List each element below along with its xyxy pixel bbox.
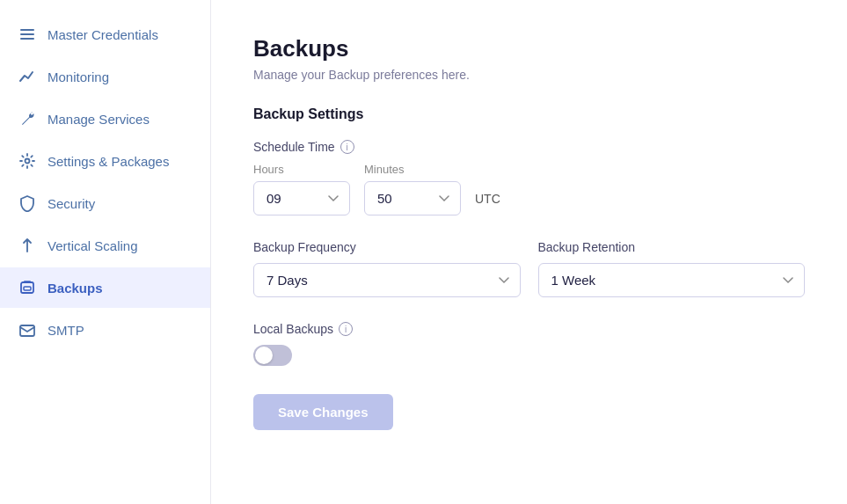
backup-frequency-group: Backup Frequency 7 Days 1 Day 3 Days 14 … bbox=[253, 240, 521, 297]
chart-icon bbox=[18, 67, 37, 86]
sidebar-item-label: Security bbox=[47, 196, 95, 211]
sidebar-item-vertical-scaling[interactable]: Vertical Scaling bbox=[0, 225, 210, 266]
scaling-icon bbox=[18, 236, 37, 255]
sidebar-item-security[interactable]: Security bbox=[0, 183, 210, 223]
svg-rect-2 bbox=[20, 38, 34, 40]
backup-retention-group: Backup Retention 1 Week 2 Weeks 1 Month … bbox=[538, 240, 806, 297]
sidebar-item-label: Manage Services bbox=[47, 112, 150, 127]
hours-group: Hours 09 00 01 02 03 04 05 06 07 08 10 1… bbox=[253, 163, 350, 215]
backup-settings-title: Backup Settings bbox=[253, 106, 805, 122]
sidebar-item-label: Monitoring bbox=[47, 69, 109, 84]
svg-rect-1 bbox=[20, 33, 34, 35]
backup-frequency-select[interactable]: 7 Days 1 Day 3 Days 14 Days 30 Days bbox=[253, 263, 521, 297]
settings-icon bbox=[18, 151, 37, 171]
svg-rect-0 bbox=[20, 29, 34, 31]
utc-label: UTC bbox=[475, 192, 500, 206]
local-backups-toggle[interactable] bbox=[253, 345, 292, 366]
save-changes-button[interactable]: Save Changes bbox=[253, 394, 393, 430]
sidebar-item-label: Master Credentials bbox=[47, 27, 158, 42]
minutes-group: Minutes 50 00 10 20 30 40 bbox=[364, 163, 461, 215]
shield-icon bbox=[18, 194, 37, 213]
sidebar-item-manage-services[interactable]: Manage Services bbox=[0, 99, 210, 139]
local-backups-section: Local Backups i bbox=[253, 322, 805, 369]
backup-retention-label: Backup Retention bbox=[538, 240, 806, 254]
local-backups-label: Local Backups i bbox=[253, 322, 805, 336]
local-backups-toggle-wrapper[interactable] bbox=[253, 345, 805, 369]
backup-frequency-label: Backup Frequency bbox=[253, 240, 521, 254]
menu-icon bbox=[18, 25, 37, 44]
wrench-icon bbox=[18, 109, 37, 128]
smtp-icon bbox=[18, 320, 37, 340]
time-row: Hours 09 00 01 02 03 04 05 06 07 08 10 1… bbox=[253, 163, 805, 215]
schedule-time-info-icon[interactable]: i bbox=[340, 140, 354, 154]
minutes-label: Minutes bbox=[364, 163, 461, 176]
sidebar-item-master-credentials[interactable]: Master Credentials bbox=[0, 14, 210, 55]
sidebar: Master Credentials Monitoring Manage Ser… bbox=[0, 0, 211, 504]
sidebar-item-label: Vertical Scaling bbox=[47, 238, 138, 253]
page-title: Backups bbox=[253, 35, 805, 62]
main-content: Backups Manage your Backup preferences h… bbox=[211, 0, 847, 504]
sidebar-item-label: Backups bbox=[47, 281, 103, 296]
sidebar-item-label: SMTP bbox=[47, 323, 84, 338]
hours-label: Hours bbox=[253, 163, 350, 176]
sidebar-item-settings-packages[interactable]: Settings & Packages bbox=[0, 141, 210, 181]
page-subtitle: Manage your Backup preferences here. bbox=[253, 68, 805, 82]
backup-retention-select[interactable]: 1 Week 2 Weeks 1 Month 3 Months bbox=[538, 263, 806, 297]
schedule-time-label: Schedule Time i bbox=[253, 140, 805, 154]
backups-icon bbox=[18, 278, 37, 297]
frequency-retention-row: Backup Frequency 7 Days 1 Day 3 Days 14 … bbox=[253, 240, 805, 297]
svg-point-3 bbox=[26, 159, 30, 164]
local-backups-info-icon[interactable]: i bbox=[339, 322, 353, 336]
svg-rect-4 bbox=[21, 282, 33, 293]
minutes-select[interactable]: 50 00 10 20 30 40 bbox=[364, 181, 461, 215]
sidebar-item-smtp[interactable]: SMTP bbox=[0, 310, 210, 350]
hours-select[interactable]: 09 00 01 02 03 04 05 06 07 08 10 11 12 1… bbox=[253, 181, 350, 215]
svg-rect-5 bbox=[24, 287, 31, 290]
sidebar-item-monitoring[interactable]: Monitoring bbox=[0, 56, 210, 97]
sidebar-item-backups[interactable]: Backups bbox=[0, 267, 210, 308]
sidebar-item-label: Settings & Packages bbox=[47, 154, 169, 169]
